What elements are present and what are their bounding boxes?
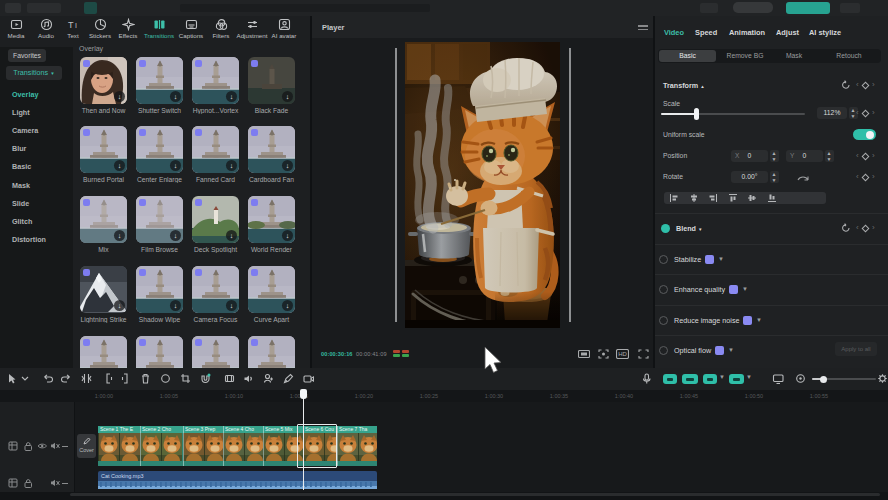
svg-text:HD: HD [618, 351, 627, 357]
svg-text:T: T [68, 20, 74, 30]
svg-text:I: I [75, 22, 77, 29]
